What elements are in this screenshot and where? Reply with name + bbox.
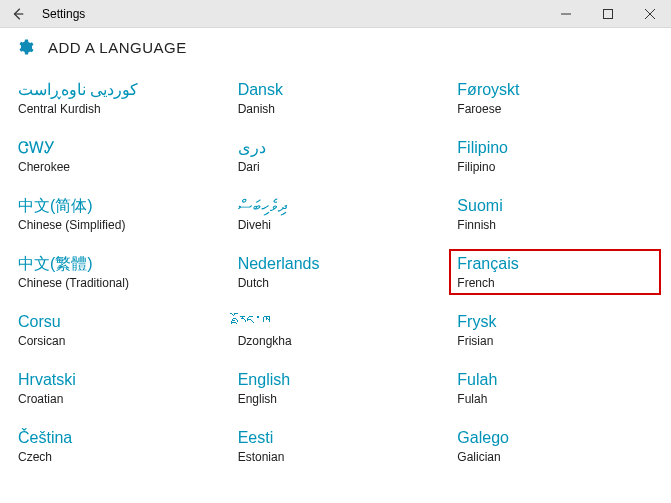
language-native-name: Filipino bbox=[457, 138, 653, 158]
language-item-dari[interactable]: درىDari bbox=[238, 138, 434, 174]
language-item-fulah[interactable]: FulahFulah bbox=[457, 370, 653, 406]
language-native-name: Frysk bbox=[457, 312, 653, 332]
language-english-name: Filipino bbox=[457, 160, 653, 174]
language-item-dzongkha[interactable]: རྫོང་ཁDzongkha bbox=[238, 312, 434, 348]
language-english-name: English bbox=[238, 392, 434, 406]
language-native-name: Corsu bbox=[18, 312, 214, 332]
language-item-frisian[interactable]: FryskFrisian bbox=[457, 312, 653, 348]
language-native-name: 中文(繁體) bbox=[18, 254, 214, 274]
language-english-name: Frisian bbox=[457, 334, 653, 348]
language-english-name: Central Kurdish bbox=[18, 102, 214, 116]
language-native-name: ދިވެހިބަސް bbox=[238, 196, 434, 216]
language-item-dutch[interactable]: NederlandsDutch bbox=[238, 254, 434, 290]
language-native-name: Fulah bbox=[457, 370, 653, 390]
language-english-name: Dutch bbox=[238, 276, 434, 290]
language-native-name: Nederlands bbox=[238, 254, 434, 274]
language-english-name: Chinese (Traditional) bbox=[18, 276, 214, 290]
titlebar: Settings bbox=[0, 0, 671, 28]
language-english-name: Finnish bbox=[457, 218, 653, 232]
language-item-czech[interactable]: ČeštinaCzech bbox=[18, 428, 214, 464]
language-native-name: درى bbox=[238, 138, 434, 158]
language-item-danish[interactable]: DanskDanish bbox=[238, 80, 434, 116]
language-native-name: 中文(简体) bbox=[18, 196, 214, 216]
page-header: ADD A LANGUAGE bbox=[0, 28, 671, 70]
language-english-name: Cherokee bbox=[18, 160, 214, 174]
language-item-divehi[interactable]: ދިވެހިބަސްDivehi bbox=[238, 196, 434, 232]
language-item-galician[interactable]: GalegoGalician bbox=[457, 428, 653, 464]
maximize-icon bbox=[603, 9, 613, 19]
window-title: Settings bbox=[42, 7, 545, 21]
language-english-name: Divehi bbox=[238, 218, 434, 232]
language-item-english[interactable]: EnglishEnglish bbox=[238, 370, 434, 406]
language-item-chinese-simplified-[interactable]: 中文(简体)Chinese (Simplified) bbox=[18, 196, 214, 232]
language-english-name: Estonian bbox=[238, 450, 434, 464]
gear-icon bbox=[16, 38, 34, 56]
language-native-name: Dansk bbox=[238, 80, 434, 100]
language-item-french[interactable]: FrançaisFrench bbox=[449, 249, 661, 295]
language-native-name: Suomi bbox=[457, 196, 653, 216]
language-english-name: Corsican bbox=[18, 334, 214, 348]
language-native-name: Hrvatski bbox=[18, 370, 214, 390]
language-native-name: རྫོང་ཁ bbox=[238, 312, 434, 332]
language-item-filipino[interactable]: FilipinoFilipino bbox=[457, 138, 653, 174]
language-native-name: Føroyskt bbox=[457, 80, 653, 100]
language-item-cherokee[interactable]: ᏣᎳᎩCherokee bbox=[18, 138, 214, 174]
minimize-icon bbox=[561, 9, 571, 19]
language-english-name: Danish bbox=[238, 102, 434, 116]
close-button[interactable] bbox=[629, 0, 671, 28]
language-item-corsican[interactable]: CorsuCorsican bbox=[18, 312, 214, 348]
language-native-name: Čeština bbox=[18, 428, 214, 448]
language-native-name: Eesti bbox=[238, 428, 434, 448]
svg-rect-1 bbox=[604, 9, 613, 18]
language-english-name: Dzongkha bbox=[238, 334, 434, 348]
language-english-name: Dari bbox=[238, 160, 434, 174]
language-item-central-kurdish[interactable]: کوردیی ناوەڕاستCentral Kurdish bbox=[18, 80, 214, 116]
language-item-croatian[interactable]: HrvatskiCroatian bbox=[18, 370, 214, 406]
arrow-left-icon bbox=[11, 7, 25, 21]
language-grid: کوردیی ناوەڕاستCentral KurdishDanskDanis… bbox=[0, 70, 671, 482]
page-title: ADD A LANGUAGE bbox=[48, 39, 187, 56]
language-item-finnish[interactable]: SuomiFinnish bbox=[457, 196, 653, 232]
language-english-name: Czech bbox=[18, 450, 214, 464]
language-native-name: ᏣᎳᎩ bbox=[18, 138, 214, 158]
maximize-button[interactable] bbox=[587, 0, 629, 28]
language-english-name: Chinese (Simplified) bbox=[18, 218, 214, 232]
language-item-faroese[interactable]: FøroysktFaroese bbox=[457, 80, 653, 116]
language-english-name: Fulah bbox=[457, 392, 653, 406]
language-english-name: French bbox=[457, 276, 653, 290]
language-english-name: Faroese bbox=[457, 102, 653, 116]
language-native-name: Galego bbox=[457, 428, 653, 448]
language-english-name: Galician bbox=[457, 450, 653, 464]
close-icon bbox=[645, 9, 655, 19]
language-english-name: Croatian bbox=[18, 392, 214, 406]
language-item-estonian[interactable]: EestiEstonian bbox=[238, 428, 434, 464]
language-native-name: Français bbox=[457, 254, 653, 274]
window-controls bbox=[545, 0, 671, 28]
language-native-name: English bbox=[238, 370, 434, 390]
language-item-chinese-traditional-[interactable]: 中文(繁體)Chinese (Traditional) bbox=[18, 254, 214, 290]
language-native-name: کوردیی ناوەڕاست bbox=[18, 80, 214, 100]
back-button[interactable] bbox=[0, 0, 36, 28]
minimize-button[interactable] bbox=[545, 0, 587, 28]
